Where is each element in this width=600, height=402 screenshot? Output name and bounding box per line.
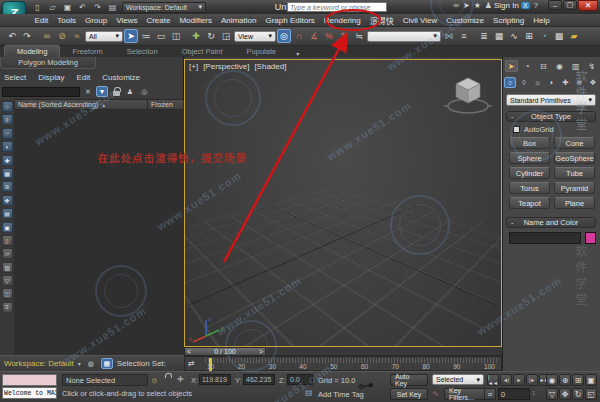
time-slider-track[interactable]: < 0 / 100 >: [184, 347, 502, 356]
workspace-selector[interactable]: Workspace: Default▾: [122, 2, 206, 13]
display-lights-icon[interactable]: ☼: [2, 128, 13, 139]
time-tag-icon[interactable]: ▤: [305, 388, 313, 397]
reference-coordinate-system-dropdown[interactable]: View▾: [234, 31, 276, 42]
absolute-offset-mode-icon[interactable]: ✛: [177, 375, 184, 384]
display-objects-icon[interactable]: ▥: [2, 262, 13, 273]
select-object-icon[interactable]: ➤: [124, 29, 138, 43]
adaptive-degradation-bulb-icon[interactable]: ☼: [150, 375, 158, 385]
percent-snap-toggle-icon[interactable]: %: [322, 29, 336, 43]
cameras-category-icon[interactable]: ◗: [545, 77, 557, 88]
display-cameras-icon[interactable]: ◗: [2, 141, 13, 152]
trackbar-range-icon[interactable]: ⇄: [188, 359, 195, 368]
viewport-shading-menu[interactable]: [Shaded]: [254, 62, 286, 71]
layer-explorer-icon[interactable]: ≣: [477, 29, 491, 43]
display-materials-icon[interactable]: ▱: [2, 248, 13, 259]
tab-populate[interactable]: Populate: [235, 46, 289, 57]
display-particles-icon[interactable]: ≋: [2, 181, 13, 192]
explorer-object-list[interactable]: [14, 110, 184, 355]
communication-icon[interactable]: ➤: [463, 1, 470, 10]
viewcube[interactable]: [441, 66, 495, 120]
next-frame-icon[interactable]: |►: [526, 374, 538, 386]
curve-editor-icon[interactable]: ∿: [507, 29, 521, 43]
workspace-dropdown[interactable]: Workspace: Default: [4, 359, 74, 368]
explorer-menu-display[interactable]: Display: [38, 73, 64, 82]
orbit-icon[interactable]: ↻: [572, 388, 584, 400]
key-mode-toggle-icon[interactable]: ⇄: [484, 388, 496, 400]
render-setup-icon[interactable]: ◔: [537, 29, 551, 43]
auto-key-button[interactable]: Auto Key: [390, 374, 428, 386]
minimize-button[interactable]: –: [548, 0, 562, 10]
primitive-category-dropdown[interactable]: Standard Primitives▾: [506, 94, 596, 106]
menu-rendering[interactable]: Rendering: [319, 15, 365, 26]
object-type-rollout[interactable]: - Object Type: [506, 111, 596, 122]
rendered-frame-window-icon[interactable]: ▩: [552, 29, 566, 43]
new-file-icon[interactable]: ▯: [31, 2, 44, 13]
set-key-button[interactable]: Set Key: [390, 388, 428, 400]
bind-to-space-warp-icon[interactable]: ≈: [70, 29, 84, 43]
maximize-viewport-icon[interactable]: ◱: [585, 388, 597, 400]
time-slider-handle[interactable]: < 0 / 100 >: [184, 347, 266, 356]
sphere-button[interactable]: Sphere: [509, 152, 550, 164]
menu-animation[interactable]: Animation: [216, 15, 261, 26]
name-column-header[interactable]: Name (Sorted Ascending) ▲: [15, 101, 147, 108]
explorer-menu-customize[interactable]: Customize: [102, 73, 140, 82]
field-of-view-icon[interactable]: ▽: [546, 388, 558, 400]
rectangular-selection-region-icon[interactable]: ▭: [154, 29, 168, 43]
display-bones-icon[interactable]: ❖: [2, 195, 13, 206]
display-tab-icon[interactable]: ▥: [569, 60, 582, 72]
object-name-field[interactable]: [509, 232, 581, 244]
tab-selection[interactable]: Selection: [115, 46, 170, 57]
edit-named-selection-sets-icon[interactable]: ≒: [352, 29, 366, 43]
zoom-all-icon[interactable]: ⊞: [572, 374, 584, 386]
display-filter-icon[interactable]: ▼: [96, 86, 108, 97]
current-frame-field[interactable]: [498, 388, 530, 400]
previous-frame-icon[interactable]: ◄|: [500, 374, 512, 386]
z-coord-field[interactable]: [287, 374, 313, 385]
frame-spinner[interactable]: ↕: [532, 389, 536, 396]
hierarchy-tab-icon[interactable]: ⊟: [537, 60, 550, 72]
select-and-scale-icon[interactable]: ◲: [219, 29, 233, 43]
favorites-icon[interactable]: ★: [474, 1, 481, 10]
shapes-category-icon[interactable]: ◊: [518, 77, 530, 88]
display-groups-icon[interactable]: ▣: [2, 222, 13, 233]
exchange-store-icon[interactable]: X: [521, 2, 530, 9]
frozen-column-header[interactable]: Frozen: [147, 100, 183, 109]
viewport-pov-menu[interactable]: [Perspective]: [203, 62, 249, 71]
helpers-category-icon[interactable]: ✚: [559, 77, 571, 88]
display-containers-icon[interactable]: ▤: [2, 208, 13, 219]
polygon-modeling-panel-tab[interactable]: Polygon Modeling: [0, 57, 96, 69]
create-tab-icon[interactable]: ➤: [505, 60, 518, 72]
select-by-name-icon[interactable]: ≔: [139, 29, 153, 43]
go-to-start-icon[interactable]: |◄◄: [487, 374, 499, 386]
maxscript-mini-listener-macro[interactable]: [2, 374, 57, 386]
maximize-button[interactable]: ▢: [563, 0, 577, 10]
menu-help[interactable]: Help: [529, 15, 554, 26]
menu-tools[interactable]: Tools: [53, 15, 81, 26]
clear-search-icon[interactable]: ✕: [82, 86, 94, 97]
undo-icon[interactable]: ↶: [5, 29, 19, 43]
animate-selection-dropdown[interactable]: Selected▾: [432, 374, 484, 385]
search-icon[interactable]: ∞: [453, 1, 459, 10]
menu-group[interactable]: Group: [80, 15, 111, 26]
modify-tab-icon[interactable]: ◔: [521, 60, 534, 72]
selection-filter-dropdown[interactable]: All▾: [85, 31, 123, 42]
tab-modeling[interactable]: Modeling: [4, 45, 60, 57]
display-shapes-icon[interactable]: ◊: [2, 114, 13, 125]
utilities-tab-icon[interactable]: ↯: [585, 60, 598, 72]
save-file-icon[interactable]: ▣: [61, 2, 74, 13]
explorer-menu-select[interactable]: Select: [4, 73, 26, 82]
menu-create[interactable]: Create: [142, 15, 175, 26]
project-folder-icon[interactable]: ▤: [106, 2, 119, 13]
unlink-selection-icon[interactable]: ⊘: [55, 29, 69, 43]
systems-category-icon[interactable]: ❖: [587, 77, 599, 88]
perspective-viewport[interactable]: [+] [Perspective] [Shaded] x y z: [184, 59, 502, 347]
align-icon[interactable]: ≡: [457, 29, 471, 43]
previous-frame-arrow[interactable]: <: [187, 348, 191, 355]
close-button[interactable]: ✕: [578, 0, 598, 11]
box-button[interactable]: Box: [509, 137, 550, 149]
pick-object-icon[interactable]: ♟: [124, 86, 136, 97]
cone-button[interactable]: Cone: [554, 137, 595, 149]
object-color-swatch[interactable]: [585, 232, 596, 244]
redo-icon[interactable]: ↷: [91, 2, 104, 13]
undo-icon[interactable]: ↶: [76, 2, 89, 13]
